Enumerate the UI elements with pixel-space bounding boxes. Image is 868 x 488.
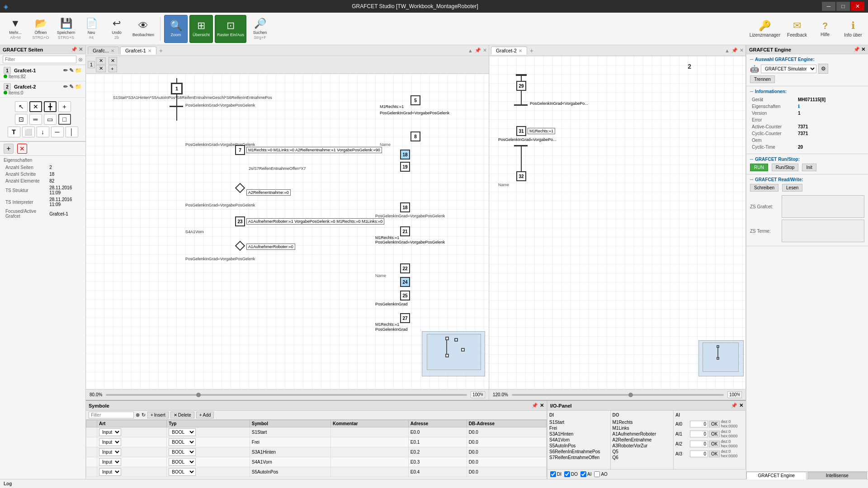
nav-plus-btn[interactable]: + <box>108 65 117 72</box>
feedback-button[interactable]: ✉ Feedback <box>786 20 808 38</box>
step-18b[interactable]: 18 <box>400 202 410 212</box>
row-art-2[interactable]: Input <box>97 447 167 457</box>
panel2-scroll-up[interactable]: ▲ <box>725 48 730 53</box>
nav-1-btn[interactable]: 1 <box>88 61 95 68</box>
panel1-close[interactable]: ✕ <box>483 47 487 53</box>
step-21[interactable]: 21 <box>400 226 410 236</box>
item-edit-icon-1[interactable]: ✏ <box>63 67 68 74</box>
step-5[interactable]: 5 <box>410 95 420 105</box>
close-button[interactable]: ✕ <box>851 2 864 11</box>
checkbox-di[interactable]: DI <box>550 471 561 477</box>
row-typ-2[interactable]: BOOL <box>167 447 250 457</box>
zoom-input-2[interactable] <box>727 391 742 398</box>
symbole-refresh-icon[interactable]: ↻ <box>142 412 146 418</box>
col-kommentar[interactable]: Kommentar <box>331 420 409 427</box>
ai-ok-0[interactable]: OK <box>709 421 720 427</box>
raster-button[interactable]: ⊡ Raster Ein/Aus <box>215 15 246 43</box>
eigenschaften-icon[interactable]: ℹ <box>798 104 800 109</box>
close-page-button[interactable]: ✕ <box>17 144 27 154</box>
minimize-button[interactable]: ─ <box>822 2 835 11</box>
grafcet-item-2[interactable]: 2 Grafcet-2 ✏ ✎ 📁 Items:0 <box>0 81 85 98</box>
tool-step2[interactable]: □ <box>58 114 71 125</box>
col-db[interactable]: DB-Adresse <box>467 420 546 427</box>
right-panel-pin[interactable]: 📌 <box>854 47 860 52</box>
panel1-pin[interactable]: 📌 <box>475 47 481 53</box>
step-27[interactable]: 27 <box>400 313 410 323</box>
speichern-button[interactable]: 💾 Speichern STRG+S <box>54 15 78 43</box>
tab-grafcet1-close[interactable]: ✕ <box>148 48 151 53</box>
step-19[interactable]: 19 <box>400 162 410 172</box>
grafcet-item-1[interactable]: 1 Grafcet-1 ✏ ✎ 📁 Items:82 <box>0 65 85 81</box>
ai-ok-3[interactable]: OK <box>709 450 720 457</box>
maximize-button[interactable]: □ <box>836 2 850 11</box>
row-art-3[interactable]: Input <box>97 457 167 467</box>
row-typ-4[interactable]: BOOL <box>167 467 250 477</box>
step-25[interactable]: 25 <box>400 291 410 300</box>
zoom-slider-2[interactable] <box>512 394 724 396</box>
tab-grafc[interactable]: Grafc... ✕ <box>88 47 119 54</box>
tab-grafcet-engine[interactable]: GRAFCET Engine <box>746 472 807 479</box>
tab-grafcet2-close[interactable]: ✕ <box>519 48 522 53</box>
tool-cross-double[interactable]: ✕ <box>29 101 42 112</box>
suchen-button[interactable]: 🔎 Suchen Strg+F <box>248 15 272 43</box>
step-31[interactable]: 31 <box>516 126 526 136</box>
zoom-input-1[interactable] <box>471 391 485 398</box>
symbole-add-btn[interactable]: + Add <box>196 412 214 418</box>
ubersicht-button[interactable]: ⊞ Übersicht <box>189 15 213 43</box>
step-10b-diamond[interactable] <box>235 241 245 251</box>
tab-intellisense[interactable]: Intellisense <box>807 472 868 479</box>
tab-grafcet1[interactable]: Grafcet-1 ✕ <box>120 47 156 55</box>
tool-arrow-down[interactable]: ↓ <box>37 127 49 137</box>
lizenzmanager-button[interactable]: 🔑 Lizenzmanager <box>750 20 780 38</box>
left-panel-pin-icon[interactable]: 📌 <box>71 47 77 52</box>
ai-input-1[interactable] <box>690 431 708 437</box>
panel2-pin[interactable]: 📌 <box>731 47 738 53</box>
io-close[interactable]: ✕ <box>739 403 743 408</box>
engine-gear-btn[interactable]: ⚙ <box>818 64 828 74</box>
col-typ[interactable]: Typ <box>167 420 250 427</box>
tool-cursor[interactable]: ↖ <box>15 101 28 112</box>
symbole-delete-btn[interactable]: ✕ Delete <box>170 412 194 418</box>
checkbox-do[interactable]: DO <box>564 471 578 477</box>
step-8[interactable]: 8 <box>410 131 420 141</box>
offnen-button[interactable]: 📂 Öffnen STRG+O <box>29 15 52 43</box>
symbole-close[interactable]: ✕ <box>540 403 544 408</box>
ai-input-3[interactable] <box>690 450 708 457</box>
engine-select[interactable]: GRAFCET Simulator <box>761 65 816 73</box>
ai-input-0[interactable] <box>690 421 708 427</box>
tool-text[interactable]: T <box>8 127 20 137</box>
tool-cross-x[interactable]: ╋ <box>44 101 57 112</box>
zoom-slider-1[interactable] <box>106 394 467 396</box>
col-symbol[interactable]: Symbol <box>250 420 330 427</box>
lesen-button[interactable]: Lesen <box>782 184 802 192</box>
col-art-label[interactable]: Art <box>97 420 167 427</box>
tool-plus[interactable]: + <box>58 101 71 112</box>
item-rename-icon-1[interactable]: ✎ <box>69 67 74 74</box>
row-art-4[interactable]: Input <box>97 467 167 477</box>
tab-grafcet2[interactable]: Grafcet-2 ✕ <box>491 47 527 55</box>
tool-step-double[interactable]: ⊡ <box>15 114 28 125</box>
schreiben-button[interactable]: Schreiben <box>750 184 778 192</box>
panel2-close[interactable]: ✕ <box>740 47 744 53</box>
tool-step-rect[interactable]: ▭ <box>44 114 57 125</box>
row-art-0[interactable]: Input <box>97 427 167 437</box>
item-folder-icon-1[interactable]: 📁 <box>75 67 82 74</box>
row-typ-1[interactable]: BOOL <box>167 437 250 447</box>
symbole-insert-btn[interactable]: + Insert <box>147 412 169 418</box>
do-checkbox[interactable] <box>564 471 570 477</box>
left-panel-close-icon[interactable]: ✕ <box>79 47 83 52</box>
step-24[interactable]: 24 <box>400 277 410 287</box>
zoom-button[interactable]: 🔍 Zoom <box>164 15 188 43</box>
step-1[interactable]: 1 <box>171 83 183 94</box>
ai-ok-2[interactable]: OK <box>709 441 720 447</box>
nav-cross-bot[interactable]: ✕ <box>96 65 106 72</box>
step-23[interactable]: 23 <box>235 216 245 226</box>
run-button[interactable]: RUN <box>750 164 768 171</box>
item-rename-icon-2[interactable]: ✎ <box>69 84 74 90</box>
tool-parallel-open[interactable]: ═ <box>29 114 42 125</box>
item-folder-icon-2[interactable]: 📁 <box>75 84 82 90</box>
init-button[interactable]: Init <box>802 164 816 171</box>
grafcet-canvas-1[interactable]: 1 S1Start*S3A1Hinten*S5AutoInPos*S8Reife… <box>86 74 489 389</box>
tool-line-v[interactable]: │ <box>66 127 78 137</box>
info-button[interactable]: ℹ Info über <box>842 20 864 38</box>
